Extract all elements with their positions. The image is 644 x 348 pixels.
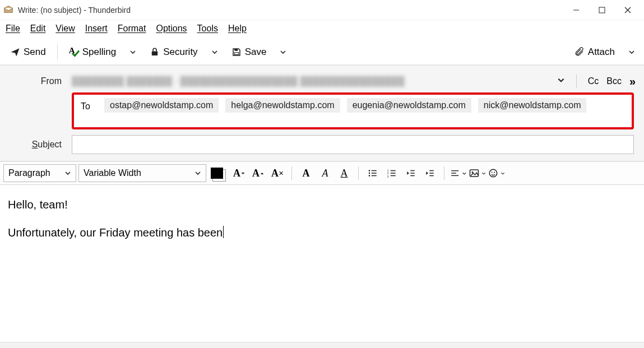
maximize-button[interactable] — [589, 1, 615, 19]
bullet-list-button[interactable] — [364, 165, 381, 182]
text-color-swatch[interactable] — [211, 168, 223, 179]
save-icon — [231, 47, 242, 57]
chevron-down-icon — [481, 171, 486, 176]
svg-point-30 — [489, 169, 497, 177]
from-value-blurred[interactable]: ████████ ███████ · ██████████████████ ██… — [72, 73, 548, 89]
svg-point-32 — [494, 172, 495, 173]
separator — [57, 44, 58, 61]
svg-point-9 — [369, 175, 370, 176]
svg-point-7 — [369, 170, 370, 171]
menubar: File Edit View Insert Format Options Too… — [0, 20, 644, 40]
recipient-chip[interactable]: eugenia@newoldstamp.com — [347, 98, 471, 113]
body-line: Hello, team! — [8, 196, 636, 213]
insert-image-button[interactable] — [469, 165, 486, 182]
separator — [576, 75, 577, 88]
bold-button[interactable]: A — [298, 165, 314, 182]
paragraph-style-value: Paragraph — [8, 168, 50, 178]
to-chips: ostap@newoldstamp.com helga@newoldstamp.… — [104, 98, 586, 113]
menu-tools[interactable]: Tools — [197, 24, 218, 34]
menu-insert[interactable]: Insert — [85, 24, 108, 34]
chevron-down-icon — [129, 49, 136, 55]
to-field-highlighted[interactable]: To ostap@newoldstamp.com helga@newoldsta… — [72, 92, 634, 129]
svg-point-8 — [369, 173, 370, 174]
chevron-down-icon — [462, 171, 467, 176]
subject-row: Subject — [10, 135, 634, 154]
align-button[interactable] — [450, 165, 467, 182]
paragraph-style-select[interactable]: Paragraph — [3, 164, 76, 182]
chevron-down-icon — [501, 171, 505, 176]
to-row: To ostap@newoldstamp.com helga@newoldsta… — [10, 92, 634, 129]
subject-label: Subject — [10, 140, 72, 150]
save-button[interactable]: Save — [226, 43, 272, 62]
svg-text:3: 3 — [387, 175, 389, 178]
caret-up-icon — [260, 171, 265, 176]
bcc-button[interactable]: Bcc — [606, 76, 622, 86]
chevron-down-icon — [194, 170, 201, 177]
close-button[interactable] — [615, 1, 641, 19]
menu-format[interactable]: Format — [118, 24, 146, 34]
chevron-down-icon — [211, 49, 218, 55]
chevron-down-icon — [557, 76, 565, 84]
from-row: From ████████ ███████ · ████████████████… — [10, 73, 634, 89]
attach-label: Attach — [588, 47, 615, 58]
toolbar: Send A Spelling Security Save Attach — [0, 40, 644, 66]
save-label: Save — [245, 47, 267, 58]
spelling-button[interactable]: A Spelling — [63, 43, 122, 62]
cc-button[interactable]: Cc — [588, 76, 599, 86]
headers-area: From ████████ ███████ · ████████████████… — [0, 66, 644, 161]
message-body[interactable]: Hello, team! Unfortunately, our Friday m… — [0, 185, 644, 342]
send-icon — [10, 47, 20, 57]
chevron-down-icon — [628, 49, 635, 55]
chevron-down-icon — [64, 170, 71, 177]
security-button[interactable]: Security — [144, 43, 203, 62]
svg-rect-4 — [152, 52, 158, 56]
spelling-dropdown[interactable] — [125, 43, 141, 62]
subject-input[interactable] — [72, 135, 634, 154]
italic-button[interactable]: A — [317, 165, 333, 182]
send-label: Send — [24, 47, 46, 58]
indent-button[interactable] — [421, 165, 438, 182]
svg-rect-6 — [234, 53, 239, 55]
separator — [358, 166, 359, 180]
remove-formatting-button[interactable]: A✕ — [269, 165, 286, 182]
titlebar: Write: (no subject) - Thunderbird — [0, 0, 644, 20]
subject-label-rest: ubject — [38, 140, 62, 149]
send-button[interactable]: Send — [4, 43, 52, 62]
menu-file[interactable]: File — [6, 24, 20, 34]
statusbar — [0, 342, 644, 348]
separator — [444, 166, 444, 180]
security-dropdown[interactable] — [207, 43, 223, 62]
recipient-chip[interactable]: ostap@newoldstamp.com — [104, 98, 219, 113]
recipient-chip[interactable]: nick@newoldstamp.com — [478, 98, 587, 113]
menu-options[interactable]: Options — [156, 24, 187, 34]
outdent-button[interactable] — [402, 165, 419, 182]
font-family-select[interactable]: Variable Width — [78, 164, 206, 182]
menu-edit[interactable]: Edit — [30, 24, 46, 34]
font-size-increase-button[interactable]: A — [250, 165, 267, 182]
caret-down-icon — [240, 171, 245, 176]
from-label: From — [10, 76, 72, 86]
attach-dropdown[interactable] — [624, 43, 640, 62]
font-size-decrease-button[interactable]: A — [231, 165, 248, 182]
svg-rect-1 — [599, 7, 605, 13]
text-cursor — [223, 226, 224, 238]
save-dropdown[interactable] — [275, 43, 291, 62]
font-family-value: Variable Width — [84, 168, 141, 178]
menu-help[interactable]: Help — [228, 24, 247, 34]
spelling-label: Spelling — [82, 47, 117, 58]
underline-button[interactable]: A — [336, 165, 353, 182]
more-headers-button[interactable]: » — [629, 75, 634, 88]
window-title: Write: (no subject) - Thunderbird — [18, 6, 131, 15]
menu-view[interactable]: View — [55, 24, 75, 34]
lock-icon — [150, 47, 160, 57]
insert-emoji-button[interactable] — [488, 165, 505, 182]
security-label: Security — [163, 47, 197, 58]
chevron-down-icon — [280, 49, 286, 55]
recipient-chip[interactable]: helga@newoldstamp.com — [225, 98, 340, 113]
attach-button[interactable]: Attach — [569, 43, 620, 62]
svg-point-31 — [492, 172, 493, 173]
numbered-list-button[interactable]: 123 — [383, 165, 400, 182]
to-label: To — [78, 98, 98, 112]
from-dropdown[interactable] — [557, 76, 565, 86]
minimize-button[interactable] — [563, 1, 589, 19]
